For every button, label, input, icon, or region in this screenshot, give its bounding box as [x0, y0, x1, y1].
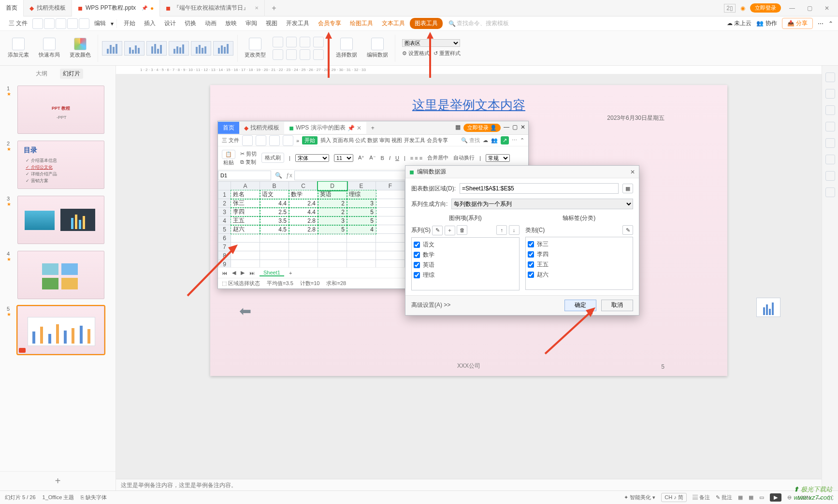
qat-print-icon[interactable]	[67, 18, 78, 29]
app-icon[interactable]: ◉	[740, 5, 745, 12]
sheet-menu-start[interactable]: 开始	[302, 136, 318, 144]
series-checkbox[interactable]	[414, 272, 420, 278]
slide-thumb-4[interactable]: 4★	[7, 251, 109, 299]
cell[interactable]: 4.4	[260, 199, 289, 208]
cell[interactable]: 王五	[231, 216, 260, 225]
category-listbox[interactable]: 张三 李四 王五 赵六	[525, 237, 634, 290]
cell[interactable]	[260, 243, 289, 251]
menu-insert[interactable]: 插入	[140, 17, 159, 29]
tab-doc-ppt[interactable]: ◼WPS PPT教程.pptx📌●	[72, 0, 160, 16]
outline-tab[interactable]: 大纲	[33, 69, 50, 79]
ribbon-select-data[interactable]: 选择数据	[333, 38, 360, 58]
cell[interactable]: 4.4	[289, 208, 318, 216]
cell[interactable]	[376, 260, 405, 268]
cell[interactable]: 3.5	[260, 216, 289, 225]
chart-style-thumb[interactable]	[146, 41, 167, 56]
sheet-cloud-icon[interactable]: ☁	[483, 137, 488, 144]
sheet-share-icon[interactable]: ↗	[501, 136, 509, 144]
range-input[interactable]	[460, 183, 619, 194]
cancel-button[interactable]: 取消	[601, 300, 633, 311]
view-sorter-icon[interactable]: ▦	[749, 494, 753, 501]
cell[interactable]	[376, 208, 405, 216]
font-size-select[interactable]: 11	[334, 154, 353, 162]
cell[interactable]	[231, 260, 260, 268]
rt-icon[interactable]	[825, 122, 835, 131]
align-icons[interactable]: ≡ ≡ ≡	[410, 155, 422, 161]
cell[interactable]: 2.8	[289, 216, 318, 225]
name-box[interactable]	[218, 171, 271, 180]
ribbon-chart-styles[interactable]	[102, 41, 233, 56]
series-edit-icon[interactable]: ✎	[432, 226, 443, 235]
sheet-file[interactable]: 三 文件	[222, 137, 239, 144]
chart-type-icon[interactable]	[273, 37, 283, 47]
cell[interactable]: 赵六	[231, 225, 260, 234]
row-header[interactable]: 7	[218, 243, 231, 251]
cell[interactable]: 3	[318, 216, 347, 225]
slide-thumb-3[interactable]: 3★	[7, 196, 109, 244]
qat-open-icon[interactable]	[44, 18, 55, 29]
menu-charttools[interactable]: 图表工具	[410, 18, 443, 29]
range-picker-icon[interactable]: ▦	[622, 184, 633, 193]
chart-type-icon[interactable]	[313, 49, 324, 60]
cell[interactable]	[231, 234, 260, 243]
cell[interactable]	[318, 234, 347, 243]
chart-type-icon[interactable]	[286, 49, 297, 60]
menu-file[interactable]: 三 文件	[5, 17, 31, 29]
tab-home[interactable]: 首页	[0, 0, 24, 16]
menu-view[interactable]: 视图	[262, 17, 281, 29]
rt-icon[interactable]	[825, 138, 835, 148]
chart-area-select[interactable]: 图表区	[402, 39, 460, 47]
chart-type-icon[interactable]	[313, 37, 324, 47]
cell[interactable]	[376, 216, 405, 225]
cell[interactable]	[376, 199, 405, 208]
slide-thumb-2[interactable]: 2★ 目录 ✓ 介绍基本信息 ✓ 介绍公文化 ✓ 详细介绍产品 ✓ 营销方案	[7, 141, 109, 189]
advanced-button[interactable]: 高级设置(A) >>	[411, 301, 450, 309]
coop-button[interactable]: 👥 协作	[756, 19, 777, 28]
search-icon[interactable]: 🔍	[271, 172, 286, 179]
series-checkbox[interactable]	[414, 262, 420, 268]
cat-checkbox[interactable]	[528, 272, 534, 278]
row-header[interactable]: 8	[218, 251, 231, 260]
row-header[interactable]: 1	[218, 190, 231, 199]
cell[interactable]: 张三	[231, 199, 260, 208]
cell[interactable]: 李四	[231, 208, 260, 216]
rt-icon[interactable]	[825, 72, 835, 82]
menu-dev[interactable]: 开发工具	[282, 17, 313, 29]
slide-title[interactable]: 这里是举例文本内容	[210, 97, 727, 114]
merge-button[interactable]: 合并居中	[427, 154, 448, 161]
menu-start[interactable]: 开始	[120, 17, 139, 29]
cell[interactable]: 英语	[318, 190, 347, 199]
menu-more-icon[interactable]: ⋯	[818, 20, 824, 27]
menu-edit[interactable]: 编辑	[90, 17, 110, 29]
cat-checkbox[interactable]	[528, 241, 534, 247]
col-header[interactable]: E	[347, 182, 376, 190]
series-listbox[interactable]: 语文 数学 英语 理综	[411, 237, 520, 290]
close-icon[interactable]: ✕	[255, 5, 259, 11]
cell[interactable]: 5	[318, 225, 347, 234]
direction-select[interactable]: 每列数据作为一个系列	[451, 199, 633, 209]
zoom-out-icon[interactable]: ⊖	[787, 494, 792, 501]
cell[interactable]	[376, 234, 405, 243]
ribbon-quick-layout[interactable]: 快速布局	[36, 38, 63, 58]
tab-pin-icon[interactable]: 📌	[347, 125, 355, 131]
status-missing-font[interactable]: ⎘ 缺失字体	[81, 494, 107, 501]
cat-checkbox[interactable]	[528, 261, 534, 268]
sheet-tab[interactable]: Sheet1	[260, 270, 284, 276]
cell[interactable]: 5	[347, 216, 376, 225]
status-ime[interactable]: CH ♪ 简	[661, 493, 687, 502]
font-select[interactable]: 宋体	[295, 154, 329, 162]
cell[interactable]: 姓名	[231, 190, 260, 199]
cell[interactable]: 2.5	[260, 208, 289, 216]
cell[interactable]: 语文	[260, 190, 289, 199]
qat-save-icon[interactable]	[56, 18, 66, 29]
col-header[interactable]: F	[376, 182, 405, 190]
row-header[interactable]: 3	[218, 208, 231, 216]
series-del-icon[interactable]: 🗑	[457, 225, 467, 235]
tab-pin-icon[interactable]: 📌	[142, 5, 147, 11]
number-format[interactable]: 常规	[486, 154, 510, 162]
menu-texttools[interactable]: 文本工具	[378, 17, 409, 29]
menu-expand-icon[interactable]: ⌃	[828, 20, 833, 27]
qat-icon[interactable]	[283, 135, 293, 146]
sheet-new-tab[interactable]: +	[366, 123, 379, 133]
status-comment-button[interactable]: ✎ 批注	[716, 494, 732, 501]
